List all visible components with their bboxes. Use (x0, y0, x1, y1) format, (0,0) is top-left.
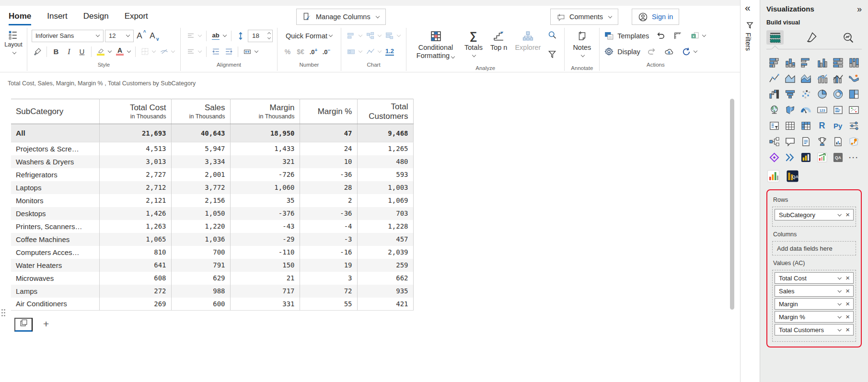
cell-value[interactable]: 321 (230, 155, 300, 168)
bold-button[interactable]: B (50, 46, 62, 57)
cell-value[interactable]: 259 (357, 259, 413, 272)
values-well[interactable]: Total Cost×Sales×Margin×Margin %×Total C… (772, 270, 856, 342)
column-width-button[interactable] (242, 46, 259, 57)
visual-pct-stacked-column-chart[interactable] (848, 57, 859, 68)
number-format-button[interactable]: 1.2 (384, 46, 395, 57)
visual-slicer[interactable] (769, 120, 780, 131)
visual-inforiver-matrix[interactable] (800, 151, 812, 163)
remove-field-icon[interactable]: × (845, 276, 850, 280)
cell-value[interactable]: 1,220 (171, 220, 230, 233)
visual-gauge[interactable] (800, 104, 812, 116)
cell-value[interactable]: 935 (357, 285, 413, 298)
cell-value[interactable]: 9,468 (357, 124, 413, 142)
add-sheet-button[interactable]: + (43, 319, 49, 332)
publish-button[interactable] (663, 46, 675, 57)
cell-value[interactable]: 1,050 (171, 207, 230, 220)
cell-value[interactable]: 5,947 (171, 142, 230, 155)
visual-multi-row-card[interactable] (832, 104, 844, 116)
undo-button[interactable] (655, 31, 666, 41)
cell-value[interactable]: 608 (99, 272, 171, 285)
percent-format-button[interactable]: % (282, 46, 293, 57)
visual-custom-qa[interactable]: QA (832, 151, 844, 163)
font-color-button[interactable]: A (114, 46, 132, 57)
row-label[interactable]: Lamps (11, 285, 99, 298)
visual-funnel-chart[interactable] (785, 88, 796, 100)
decrease-decimal-button[interactable]: .0− (321, 46, 332, 57)
cell-value[interactable]: 1,433 (230, 142, 300, 155)
chevrons-left-icon[interactable]: « (745, 2, 751, 13)
cell-value[interactable]: 988 (171, 285, 230, 298)
visual-more-visuals[interactable]: ··· (848, 151, 859, 163)
cell-value[interactable]: 1,426 (99, 207, 171, 220)
cell-value[interactable]: -29 (230, 233, 300, 246)
field-pill-sales[interactable]: Sales× (775, 285, 854, 297)
cell-value[interactable]: 3,013 (99, 155, 171, 168)
display-button[interactable]: Display (604, 46, 640, 57)
cell-value[interactable]: 4,513 (99, 142, 171, 155)
field-pill-margin[interactable]: Margin× (775, 298, 854, 310)
cell-value[interactable]: -376 (230, 207, 300, 220)
cell-value[interactable]: 629 (171, 272, 230, 285)
visual-matrix[interactable] (800, 120, 812, 131)
field-pill-total-customers[interactable]: Total Customers× (775, 324, 854, 336)
row-label[interactable]: Coffee Machines (11, 233, 99, 246)
row-label[interactable]: Air Conditioners (11, 298, 99, 311)
vertical-scrollbar[interactable] (730, 99, 734, 310)
currency-format-button[interactable]: $€ (295, 46, 306, 57)
visual-paginated-report[interactable] (832, 136, 844, 147)
visual-filled-map[interactable] (785, 104, 796, 116)
filters-pane-label[interactable]: Filters (744, 33, 752, 51)
cell-value[interactable]: 1,263 (99, 220, 171, 233)
cell-value[interactable]: 717 (230, 285, 300, 298)
row-label[interactable]: Water Heaters (11, 259, 99, 272)
visual-decomposition-tree[interactable] (769, 136, 780, 147)
cell-value[interactable]: 810 (99, 246, 171, 259)
top-n-button[interactable]: Top n (486, 29, 511, 52)
chevron-down-icon[interactable] (838, 212, 842, 216)
chevron-down-icon[interactable] (838, 301, 842, 305)
visual-donut-chart[interactable] (832, 88, 844, 100)
remove-field-icon[interactable]: × (845, 314, 850, 319)
visual-area-chart[interactable] (785, 72, 796, 84)
redo-button[interactable] (646, 46, 658, 57)
visual-card[interactable]: 123 (816, 104, 828, 116)
increase-indent-button[interactable] (223, 46, 234, 57)
cell-value[interactable]: 641 (99, 259, 171, 272)
format-painter-button[interactable] (32, 46, 43, 57)
cell-value[interactable]: 2,712 (99, 181, 171, 194)
visual-pct-stacked-bar-chart[interactable] (832, 57, 844, 68)
font-size-select[interactable]: 12 (105, 30, 134, 42)
sign-in-button[interactable]: Sign in (632, 9, 679, 25)
cell-value[interactable]: -110 (230, 246, 300, 259)
explorer-button[interactable]: Explorer (511, 29, 544, 52)
field-pill-margin-[interactable]: Margin %× (775, 311, 854, 323)
cell-value[interactable]: 28 (300, 181, 357, 194)
visual-stacked-area-chart[interactable] (800, 72, 812, 84)
visual-key-influencers[interactable] (848, 120, 859, 131)
quick-format-select[interactable]: Quick Format (282, 30, 336, 42)
visual-clustered-bar-chart[interactable] (800, 57, 812, 68)
visual-inforiver-charts[interactable] (766, 169, 780, 183)
cell-value[interactable]: -16 (300, 246, 357, 259)
cell-value[interactable]: -726 (230, 168, 300, 181)
visual-stacked-bar-chart[interactable] (769, 57, 780, 68)
row-height-input[interactable]: 18 (248, 30, 273, 42)
cell-value[interactable]: 1,003 (357, 181, 413, 194)
wrap-text-button[interactable]: ab (210, 31, 228, 41)
cell-value[interactable]: 2,156 (171, 194, 230, 207)
chevron-down-icon[interactable] (838, 314, 842, 318)
row-label[interactable]: Microwaves (11, 272, 99, 285)
cell-value[interactable]: 1,036 (171, 233, 230, 246)
cell-value[interactable]: 272 (99, 285, 171, 298)
cell-value[interactable]: 10 (300, 155, 357, 168)
cell-value[interactable]: -3 (300, 233, 357, 246)
visual-r-script[interactable]: R (816, 120, 828, 131)
layout-button[interactable]: Layout (0, 28, 27, 71)
remove-field-icon[interactable]: × (845, 301, 850, 306)
cell-value[interactable]: 1,228 (357, 220, 413, 233)
italic-button[interactable]: I (63, 46, 75, 57)
column-header-margin[interactable]: Marginin Thousands (230, 99, 300, 124)
visual-waterfall-chart[interactable] (769, 88, 780, 100)
cell-value[interactable]: -43 (230, 220, 300, 233)
visual-smart-narrative[interactable] (800, 136, 812, 147)
